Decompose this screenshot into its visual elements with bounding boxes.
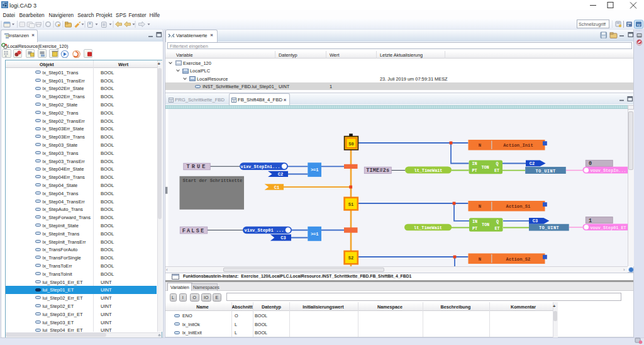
svg-text:TIME#2s: TIME#2s (366, 167, 389, 174)
svg-text:Q: Q (496, 219, 499, 224)
svg-text:Q: Q (496, 161, 498, 166)
svg-text:vixv_StepIni...: vixv_StepIni... (240, 164, 280, 169)
svg-text:xy: xy (637, 23, 641, 26)
svg-text:TON: TON (482, 222, 489, 227)
svg-text:TRUE: TRUE (186, 164, 207, 170)
svg-text:S2: S2 (348, 256, 353, 261)
svg-text:S0: S0 (348, 142, 353, 147)
svg-text:Action_Init: Action_Init (503, 143, 533, 148)
svg-text:lt_TimeWait: lt_TimeWait (414, 225, 442, 230)
svg-text:vouv_Step01_ET: vouv_Step01_ET (591, 225, 626, 230)
svg-text:FALSE: FALSE (182, 228, 206, 234)
svg-text:ET: ET (494, 168, 499, 173)
svg-text:lt_TimeWait: lt_TimeWait (414, 168, 443, 173)
svg-text:PT: PT (472, 226, 477, 231)
svg-text:N: N (479, 257, 481, 262)
svg-text:S1: S1 (348, 202, 353, 207)
svg-text:C3: C3 (280, 235, 286, 240)
svg-text:TON: TON (481, 165, 489, 170)
svg-text:C2: C2 (530, 161, 535, 166)
svg-text:TO_UINT: TO_UINT (539, 225, 559, 230)
svg-text:C3: C3 (533, 218, 538, 223)
svg-text:vixv_Step01 ...: vixv_Step01 ... (244, 228, 284, 233)
svg-text:Action_S2: Action_S2 (506, 257, 531, 262)
svg-text:N: N (479, 204, 481, 209)
svg-text:1: 1 (589, 218, 592, 224)
svg-text:IN: IN (472, 219, 477, 224)
svg-text:ET: ET (494, 226, 499, 231)
svg-text:N: N (479, 143, 481, 148)
svg-text:0: 0 (589, 161, 592, 167)
svg-text:TO_UINT: TO_UINT (535, 169, 555, 174)
svg-text:vouv_StepIn...: vouv_StepIn... (591, 168, 626, 173)
svg-text:>=1: >=1 (311, 232, 319, 237)
svg-text:Action_S1: Action_S1 (506, 204, 531, 209)
svg-text:C2: C2 (278, 172, 283, 177)
svg-text:IN: IN (472, 161, 477, 166)
svg-text:Start der Schrittkette: Start der Schrittkette (183, 178, 243, 183)
svg-text:PT: PT (472, 168, 477, 173)
svg-text:C1: C1 (274, 185, 279, 190)
svg-text:>=1: >=1 (311, 167, 319, 172)
